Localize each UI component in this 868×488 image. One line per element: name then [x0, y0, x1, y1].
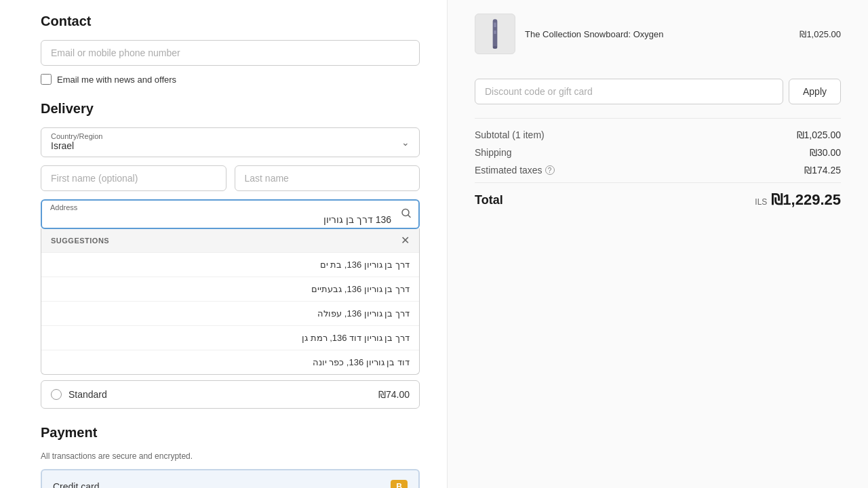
total-row: Total ILS ₪1,229.25 — [475, 182, 841, 209]
order-summary: Subtotal (1 item) ₪1,025.00 Shipping ₪30… — [475, 118, 841, 209]
list-item[interactable]: דרך בן גוריון 136, עפולה — [41, 302, 419, 326]
svg-rect-3 — [494, 22, 496, 27]
list-item[interactable]: דוד בן גוריון 136, כפר יונה — [41, 350, 419, 374]
total-currency: ILS — [755, 197, 767, 207]
credit-card-badge: B — [391, 480, 408, 488]
svg-line-1 — [408, 216, 410, 218]
address-input[interactable] — [41, 199, 420, 229]
product-name: The Collection Snowboard: Oxygen — [525, 29, 790, 39]
address-search-icon[interactable] — [401, 208, 412, 221]
email-opt-in-label: Email me with news and offers — [57, 75, 176, 85]
last-name-input[interactable] — [235, 165, 420, 191]
list-item[interactable]: דרך בן גוריון 136, בת ים — [41, 253, 419, 277]
country-label: Country/Region — [51, 132, 410, 140]
country-region-select[interactable]: Country/Region Israel ⌄ — [41, 127, 420, 157]
email-opt-in-checkbox[interactable] — [41, 74, 52, 85]
left-panel: Contact Email me with news and offers De… — [0, 0, 448, 488]
apply-button[interactable]: Apply — [789, 79, 841, 104]
shipping-option-price: ₪74.00 — [378, 389, 410, 400]
payment-description: All transactions are secure and encrypte… — [41, 451, 420, 461]
product-row: The Collection Snowboard: Oxygen ₪1,025.… — [475, 14, 841, 65]
country-value: Israel — [51, 140, 410, 151]
shipping-label: Shipping — [475, 147, 512, 158]
total-amount-group: ILS ₪1,229.25 — [755, 191, 841, 209]
delivery-title: Delivery — [41, 101, 420, 117]
contact-title: Contact — [41, 14, 420, 29]
subtotal-label: Subtotal (1 item) — [475, 129, 545, 140]
discount-row: Apply — [475, 79, 841, 104]
shipping-row: Shipping ₪30.00 — [475, 147, 841, 158]
credit-card-row[interactable]: Credit card B — [41, 469, 420, 488]
standard-shipping-radio[interactable] — [51, 389, 62, 400]
discount-input[interactable] — [475, 79, 783, 104]
info-icon[interactable]: ? — [545, 165, 555, 175]
total-label: Total — [475, 193, 503, 207]
taxes-row: Estimated taxes ? ₪174.25 — [475, 165, 841, 176]
shipping-value: ₪30.00 — [810, 147, 841, 158]
shipping-option-left: Standard — [51, 389, 107, 400]
total-amount: ₪1,229.25 — [771, 191, 841, 209]
svg-rect-4 — [494, 30, 496, 34]
email-input[interactable] — [41, 40, 420, 66]
product-image — [475, 14, 515, 54]
first-name-input[interactable] — [41, 165, 226, 191]
payment-title: Payment — [41, 425, 420, 441]
list-item[interactable]: דרך בן גוריון דוד 136, רמת גן — [41, 326, 419, 350]
address-wrapper: Address — [41, 199, 420, 229]
taxes-label: Estimated taxes — [475, 165, 542, 176]
contact-section: Contact Email me with news and offers — [41, 14, 420, 85]
svg-rect-5 — [493, 46, 498, 48]
list-item[interactable]: דרך בן גוריון 136, גבעתיים — [41, 277, 419, 302]
suggestions-box: SUGGESTIONS ✕ דרך בן גוריון 136, בת ים ד… — [41, 228, 420, 375]
payment-section: Payment All transactions are secure and … — [41, 425, 420, 488]
shipping-option[interactable]: Standard ₪74.00 — [41, 380, 420, 409]
suggestions-label: SUGGESTIONS — [51, 237, 109, 245]
subtotal-row: Subtotal (1 item) ₪1,025.00 — [475, 129, 841, 140]
delivery-section: Delivery Country/Region Israel ⌄ Address — [41, 101, 420, 409]
name-row — [41, 165, 420, 191]
suggestions-header: SUGGESTIONS ✕ — [41, 228, 419, 253]
taxes-value: ₪174.25 — [804, 165, 841, 176]
chevron-down-icon: ⌄ — [401, 137, 410, 148]
credit-card-label: Credit card — [53, 481, 99, 488]
suggestions-close-button[interactable]: ✕ — [401, 234, 410, 247]
email-opt-in-row: Email me with news and offers — [41, 74, 420, 85]
shipping-option-label: Standard — [68, 389, 107, 400]
subtotal-value: ₪1,025.00 — [797, 129, 842, 140]
product-price: ₪1,025.00 — [800, 29, 841, 39]
taxes-label-group: Estimated taxes ? — [475, 165, 555, 176]
right-panel: The Collection Snowboard: Oxygen ₪1,025.… — [448, 0, 868, 488]
